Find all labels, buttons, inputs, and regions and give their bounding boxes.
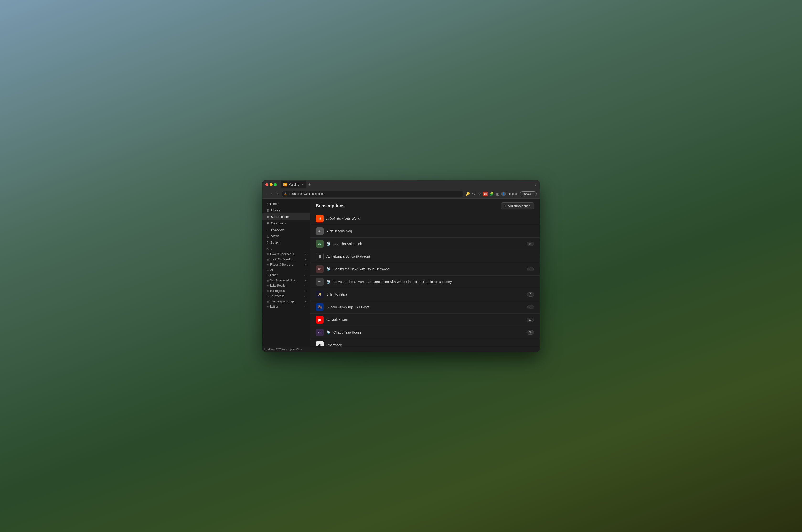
library-icon: ▦: [266, 208, 269, 212]
subscription-item[interactable]: BC 📡 Between The Covers : Conversations …: [310, 276, 539, 288]
minimize-button[interactable]: [270, 183, 272, 186]
sidebar-label-library: Library: [271, 208, 281, 212]
sidebar-label-views: Views: [271, 234, 279, 238]
update-button[interactable]: Update ⌄: [520, 191, 537, 196]
pin-more-icon[interactable]: ···: [304, 268, 306, 271]
subscription-item[interactable]: BN 📡 Behind the News with Doug Henwood 5: [310, 263, 539, 276]
window-controls: ⌄: [534, 183, 537, 186]
subscription-name: Chartbook: [326, 343, 534, 346]
subscription-icon: 🦬: [316, 303, 324, 311]
pin-close-icon[interactable]: ✕: [305, 253, 306, 255]
pin-close-icon[interactable]: ✕: [305, 279, 306, 282]
pin-icon: ▭: [266, 284, 269, 287]
nav-actions: 🔑 🛡 ☆ 1d 🧩 ▣ 👤 Incognito Update ⌄: [465, 191, 537, 196]
pin-close-icon[interactable]: ✕: [305, 300, 306, 303]
sidebar-item-search[interactable]: ⚲ Search: [263, 239, 310, 246]
lock-icon: 🔒: [284, 192, 287, 195]
sidebar-pin-tie-xi[interactable]: ▦ Tie Xi Qu: West of ... ✕: [263, 257, 310, 262]
pin-close-icon[interactable]: ✕: [305, 258, 306, 261]
active-tab[interactable]: M Margins ✕: [281, 181, 306, 188]
sidebar-icon[interactable]: ▣: [496, 191, 500, 196]
subscription-badge: 8: [527, 305, 534, 309]
sidebar-item-collections[interactable]: ⊞ Collections: [263, 220, 310, 226]
pin-label: Fiction & literature: [270, 263, 303, 266]
tab-title: Margins: [289, 183, 299, 186]
sidebar-item-views[interactable]: ◫ Views: [263, 233, 310, 239]
pin-icon: ▦: [266, 253, 269, 256]
chevron-down-icon[interactable]: ⌄: [534, 183, 537, 186]
add-subscription-button[interactable]: + Add subscription: [501, 203, 534, 209]
sidebar-item-notebook[interactable]: ▭ Notebook: [263, 226, 310, 233]
update-label: Update: [522, 192, 531, 195]
subscription-item[interactable]: AJ Alan Jacobs blog: [310, 225, 539, 238]
sidebar-pin-lake-reads[interactable]: ▭ Lake Reads ···: [263, 283, 310, 288]
bookmark-icon[interactable]: ☆: [477, 191, 481, 196]
subscription-item[interactable]: CH 📡 Chapo Trap House 39: [310, 326, 539, 339]
sidebar-label-notebook: Notebook: [271, 228, 284, 231]
sidebar-pin-critique[interactable]: ▦ The critique of cap... ✕: [263, 299, 310, 304]
sidebar-label-collections: Collections: [271, 221, 286, 225]
sidebar-pin-sari[interactable]: ▦ Sari Nusseibeh: Ou... ✕: [263, 278, 310, 283]
sidebar-pin-fiction[interactable]: ▭ Fiction & literature ✕: [263, 262, 310, 267]
subscription-icon: AS: [316, 240, 324, 248]
sidebar-pin-in-progress[interactable]: ◫ In Progress ✕: [263, 288, 310, 293]
traffic-lights: [265, 183, 277, 186]
pin-label: In Progress: [270, 289, 303, 292]
new-tab-button[interactable]: +: [307, 182, 312, 187]
pin-more-icon[interactable]: ···: [304, 305, 306, 308]
pin-label: Labor: [270, 273, 303, 277]
subscription-item[interactable]: AT Chartbook: [310, 339, 539, 346]
pin-icon: ▦: [266, 300, 269, 303]
search-icon: ⚲: [266, 241, 269, 244]
pin-label: AI: [270, 268, 303, 271]
notebook-icon: ▭: [266, 228, 269, 231]
sidebar-label-home: Home: [270, 202, 279, 206]
pin-more-icon[interactable]: ···: [304, 284, 306, 287]
back-button[interactable]: ‹: [265, 191, 268, 196]
subscription-item[interactable]: ◗ Aufhebunga Bunga (Patreon): [310, 250, 539, 263]
tab-close-button[interactable]: ✕: [301, 183, 304, 186]
url-text: localhost:5173/subscriptions: [288, 192, 324, 195]
podcast-icon: 📡: [326, 330, 330, 334]
update-chevron-icon: ⌄: [532, 192, 534, 195]
extension-icon[interactable]: 1d: [483, 191, 488, 196]
sidebar-item-library[interactable]: ▦ Library: [263, 207, 310, 213]
subscription-item[interactable]: A Bills (Athletic) 5: [310, 288, 539, 301]
podcast-icon: 📡: [326, 242, 330, 246]
subscription-badge: 39: [527, 330, 534, 335]
url-bar[interactable]: 🔒 localhost:5173/subscriptions: [282, 191, 463, 197]
pin-close-icon[interactable]: ✕: [305, 290, 306, 292]
shield-icon[interactable]: 🛡: [472, 191, 476, 196]
podcast-icon: 📡: [326, 267, 330, 271]
subscription-name: Bills (Athletic): [326, 292, 524, 296]
pin-more-icon[interactable]: ···: [304, 273, 306, 277]
pin-close-icon[interactable]: ✕: [305, 263, 306, 266]
subscription-name: C. Derick Varn: [326, 318, 524, 322]
sidebar-item-home[interactable]: ⌂ Home: [263, 201, 310, 207]
sidebar-item-subscriptions[interactable]: ◉ Subscriptions: [263, 213, 310, 220]
status-close-icon[interactable]: ✕: [301, 348, 303, 350]
subscription-item[interactable]: ▶ C. Derick Varn 23: [310, 314, 539, 326]
maximize-button[interactable]: [274, 183, 277, 186]
status-bar: localhost:5173/subscription/65 ✕: [263, 346, 539, 352]
sidebar-pin-ai[interactable]: ▭ AI ···: [263, 267, 310, 272]
subscription-name: Anarcho Solarpunk: [333, 242, 524, 246]
subscription-item[interactable]: r/ /r/GoNets - Nets World: [310, 212, 539, 225]
sidebar-pin-labor[interactable]: ▭ Labor ···: [263, 272, 310, 278]
tab-area: M Margins ✕ +: [281, 181, 532, 188]
tab-favicon: M: [284, 183, 287, 187]
sidebar-pin-how-to-cook[interactable]: ▦ How to Cook for O... ✕: [263, 251, 310, 257]
forward-button[interactable]: ›: [270, 191, 273, 196]
incognito-button[interactable]: 👤 Incognito: [501, 191, 518, 196]
pin-more-icon[interactable]: ···: [304, 294, 306, 298]
sidebar-pin-leftism[interactable]: ▭ Leftism ···: [263, 304, 310, 309]
sidebar-pin-to-process[interactable]: ▭ To Process ···: [263, 293, 310, 299]
subscription-icon: ▶: [316, 316, 324, 324]
close-button[interactable]: [265, 183, 268, 186]
puzzle-icon[interactable]: 🧩: [489, 191, 494, 196]
subscription-item[interactable]: AS 📡 Anarcho Solarpunk 44: [310, 238, 539, 250]
reload-button[interactable]: ↻: [275, 191, 280, 196]
pin-icon: ▭: [266, 263, 269, 266]
subscription-item[interactable]: 🦬 Buffalo Rumblings - All Posts 8: [310, 301, 539, 314]
key-icon[interactable]: 🔑: [465, 191, 470, 196]
